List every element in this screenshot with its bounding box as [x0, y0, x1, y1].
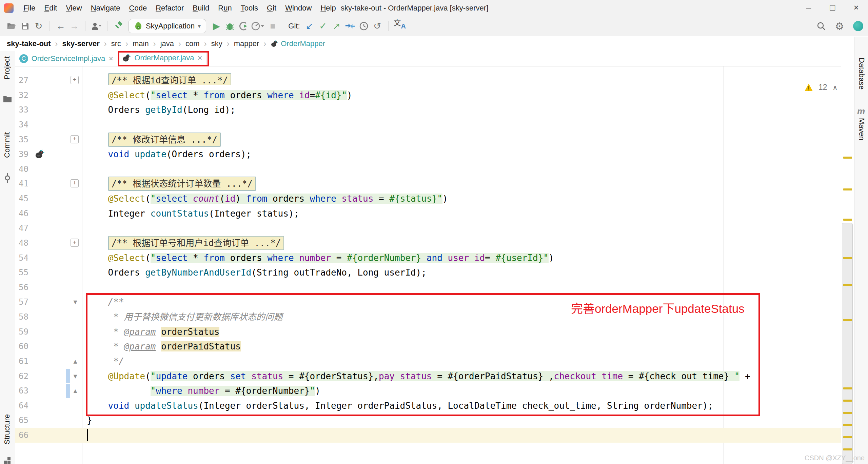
breadcrumb-item-sky-server[interactable]: sky-server — [61, 39, 101, 48]
code-text[interactable]: @Select("select count(id) from orders wh… — [87, 191, 448, 206]
fold-toggle[interactable]: + — [71, 76, 79, 84]
git-cherry-pick-icon[interactable] — [344, 19, 356, 33]
run-with-coverage-icon[interactable] — [238, 19, 249, 33]
code-line[interactable]: 47 — [15, 221, 841, 236]
code-line[interactable]: 54 @Select("select * from orders where n… — [15, 250, 841, 265]
code-line[interactable]: 56 — [15, 280, 841, 295]
folded-comment-line[interactable]: /** 根据状态统计订单数量 ...*/ — [87, 176, 256, 191]
tool-button-commit[interactable]: Commit — [3, 132, 12, 158]
fold-toggle[interactable]: ▾ — [71, 295, 79, 309]
folded-comment-line[interactable]: /** 根据订单号和用户id查询订单 ...*/ — [87, 236, 284, 250]
profiler-icon[interactable] — [251, 19, 265, 33]
warning-stripe-mark[interactable] — [843, 400, 852, 402]
fold-toggle[interactable]: + — [71, 179, 79, 187]
open-icon[interactable] — [6, 19, 17, 33]
line-number[interactable]: 34 — [15, 117, 28, 132]
line-number[interactable]: 58 — [15, 309, 28, 324]
warning-stripe-mark[interactable] — [843, 424, 852, 426]
warning-stripe-mark[interactable] — [843, 412, 852, 414]
git-update-icon[interactable]: ↙ — [304, 19, 315, 33]
search-icon[interactable] — [816, 21, 826, 31]
line-number[interactable]: 63 — [15, 383, 28, 398]
menu-run[interactable]: Run — [214, 0, 236, 16]
warning-stripe-mark[interactable] — [843, 448, 852, 450]
line-number[interactable]: 32 — [15, 88, 28, 103]
code-line[interactable]: 66 — [15, 428, 841, 443]
structure-icon[interactable] — [3, 456, 11, 464]
fold-toggle[interactable]: ▴ — [71, 354, 79, 369]
close-icon[interactable]: × — [108, 54, 113, 63]
fold-toggle[interactable]: ▾ — [71, 369, 79, 384]
folder-icon[interactable] — [3, 96, 12, 103]
line-number[interactable]: 41 — [15, 176, 28, 191]
debug-icon[interactable] — [224, 19, 236, 33]
back-icon[interactable]: ← — [55, 19, 66, 33]
code-text[interactable]: Orders getById(Long id); — [87, 102, 235, 117]
sync-icon[interactable]: ↻ — [33, 19, 44, 33]
menu-help[interactable]: Help — [316, 0, 340, 16]
line-number[interactable]: 33 — [15, 102, 28, 117]
line-number[interactable]: 48 — [15, 236, 28, 250]
line-number[interactable]: 27 — [15, 73, 28, 88]
code-line[interactable]: 27+ /** 根据id查询订单 ...*/ — [15, 73, 841, 88]
folded-comment[interactable]: /** 根据id查询订单 ...*/ — [108, 73, 232, 85]
tool-button-structure[interactable]: Structure — [3, 414, 12, 444]
breadcrumb-item-java[interactable]: java — [159, 39, 175, 48]
warning-stripe-mark[interactable] — [843, 188, 852, 190]
menu-navigate[interactable]: Navigate — [86, 0, 125, 16]
stop-icon[interactable]: ■ — [267, 19, 278, 33]
profile-icon[interactable] — [91, 19, 102, 33]
line-number[interactable]: 57 — [15, 295, 28, 309]
breadcrumb-item-mapper[interactable]: mapper — [233, 39, 261, 48]
line-number[interactable]: 45 — [15, 191, 28, 206]
menu-edit[interactable]: Edit — [40, 0, 61, 16]
folded-comment[interactable]: /** 根据订单号和用户id查询订单 ...*/ — [108, 236, 284, 250]
menu-build[interactable]: Build — [188, 0, 214, 16]
close-button[interactable]: × — [844, 0, 868, 16]
code-line[interactable]: 55 Orders getByNumberAndUserId(String ou… — [15, 265, 841, 280]
warning-stripe-mark[interactable] — [843, 436, 852, 438]
tab-orderserviceimpl[interactable]: C OrderServiceImpl.java × — [15, 51, 118, 66]
git-commit-icon[interactable]: ✓ — [317, 19, 329, 33]
tool-button-database[interactable]: Database — [857, 58, 866, 89]
code-line[interactable]: 45 @Select("select count(id) from orders… — [15, 191, 841, 206]
code-line[interactable]: 32 @Select("select * from orders where i… — [15, 88, 841, 103]
mapper-gutter-icon[interactable] — [35, 149, 45, 159]
rollback-icon[interactable]: ↺ — [372, 19, 383, 33]
git-push-icon[interactable]: ↗ — [331, 19, 342, 33]
folded-comment[interactable]: /** 修改订单信息 ...*/ — [108, 133, 221, 147]
scrollbar-error-stripe[interactable] — [841, 66, 854, 464]
warning-stripe-mark[interactable] — [843, 157, 852, 159]
run-configuration-select[interactable]: SkyApplication ▾ — [129, 19, 206, 33]
run-icon[interactable]: ▶ — [211, 19, 222, 33]
code-text[interactable]: Orders getByNumberAndUserId(String outTr… — [87, 265, 427, 280]
warning-stripe-mark[interactable] — [843, 284, 852, 286]
save-icon[interactable] — [19, 19, 31, 33]
fold-toggle[interactable]: ▴ — [71, 383, 79, 398]
breadcrumb-item-src[interactable]: src — [110, 39, 122, 48]
code-text[interactable]: Integer countStatus(Integer status); — [87, 206, 299, 221]
line-number[interactable]: 47 — [15, 221, 28, 236]
scrollbar-thumb[interactable] — [842, 223, 853, 464]
menu-tools[interactable]: Tools — [236, 0, 262, 16]
code-line[interactable]: 34 — [15, 117, 841, 132]
line-number[interactable]: 56 — [15, 280, 28, 295]
history-clock-icon[interactable] — [358, 19, 370, 33]
menu-file[interactable]: File — [19, 0, 40, 16]
fold-toggle[interactable]: + — [71, 239, 79, 247]
code-line[interactable]: 40 — [15, 162, 841, 177]
folded-comment-line[interactable]: /** 根据id查询订单 ...*/ — [87, 73, 231, 85]
breadcrumb-item-com[interactable]: com — [184, 39, 201, 48]
breadcrumb-item-sky[interactable]: sky — [210, 39, 224, 48]
line-number[interactable]: 64 — [15, 398, 28, 413]
translate-icon[interactable]: 文A — [394, 19, 406, 33]
menu-view[interactable]: View — [61, 0, 86, 16]
inspection-widget[interactable]: 12 ∧ ∨ — [804, 83, 841, 92]
breadcrumb-item-sky-take-out[interactable]: sky-take-out — [5, 39, 52, 48]
tool-button-project[interactable]: Project — [3, 56, 12, 79]
warning-stripe-mark[interactable] — [843, 319, 852, 321]
menu-code[interactable]: Code — [125, 0, 152, 16]
code-line[interactable]: 39 void update(Orders orders); — [15, 147, 841, 162]
line-number[interactable]: 55 — [15, 265, 28, 280]
ide-updates-icon[interactable] — [853, 21, 863, 31]
